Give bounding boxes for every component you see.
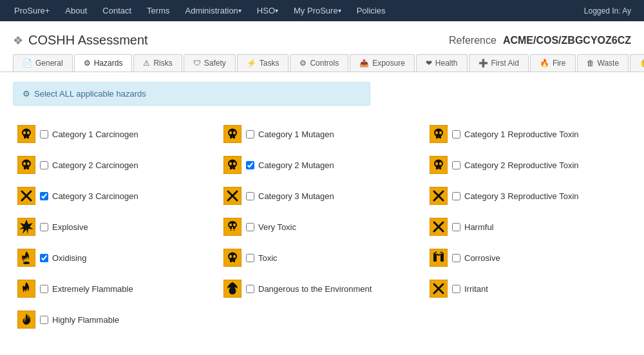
hazard-label: Category 2 Mutagen — [258, 160, 334, 170]
nav-terms[interactable]: Terms — [139, 0, 177, 21]
hazard-checkbox[interactable] — [40, 316, 48, 324]
hazard-item: Dangerous to the Environment — [219, 273, 425, 304]
hazard-label: Category 1 Carcinogen — [52, 130, 138, 139]
hazard-item: Category 3 Reproductive Toxin — [425, 180, 631, 211]
hazard-checkbox[interactable] — [452, 192, 460, 200]
hazard-icon-x_orange — [223, 186, 242, 206]
svg-point-70 — [229, 255, 232, 258]
hazard-item: Highly Flammable — [13, 304, 219, 335]
hazard-icon-skull_orange — [223, 248, 242, 267]
svg-point-18 — [435, 131, 438, 135]
hazard-item: Category 3 Mutagen — [219, 180, 425, 211]
svg-rect-34 — [231, 168, 234, 169]
hazard-checkbox[interactable] — [452, 161, 460, 169]
tab-handling[interactable]: ✋ Handling — [630, 54, 644, 72]
hazard-checkbox[interactable] — [452, 285, 460, 293]
hazard-label: Category 3 Carcinogen — [52, 191, 138, 201]
hazard-icon-skull_orange — [429, 155, 448, 175]
hazard-label: Irritant — [464, 284, 488, 294]
hazard-icon-x_orange — [429, 279, 448, 298]
hazard-item: Extremely Flammable — [13, 273, 219, 304]
hazard-item: Category 2 Reproductive Toxin — [425, 149, 631, 180]
tab-firstaid[interactable]: ➕ First Aid — [469, 54, 529, 72]
tab-hazards[interactable]: ⚙ Hazards — [74, 54, 133, 72]
hazard-checkbox[interactable] — [246, 285, 254, 293]
tab-safety[interactable]: 🛡 Safety — [184, 54, 236, 72]
hazard-item: Toxic — [219, 242, 425, 273]
tab-waste[interactable]: 🗑 Waste — [577, 54, 629, 72]
svg-point-5 — [27, 131, 30, 135]
svg-point-12 — [233, 131, 236, 135]
hazard-checkbox[interactable] — [40, 285, 48, 293]
tab-exposure[interactable]: 📤 Exposure — [350, 54, 415, 72]
svg-point-65 — [23, 262, 30, 264]
tabs-bar: 📄 General ⚙ Hazards ⚠ Risks 🛡 Safety ⚡ T… — [0, 54, 644, 72]
tab-tasks[interactable]: ⚡ Tasks — [237, 54, 289, 72]
reference-area: Reference ACME/COS/ZBGCYOZ6CZ — [449, 35, 631, 46]
nav-contact[interactable]: Contact — [95, 0, 139, 21]
tab-risks[interactable]: ⚠ Risks — [133, 54, 182, 72]
hazard-icon-skull_orange — [223, 155, 242, 175]
nav-administration[interactable]: Administration — [177, 0, 249, 21]
hazard-icon-x_orange — [17, 186, 36, 206]
hazard-label: Category 3 Mutagen — [258, 191, 334, 201]
hazard-checkbox[interactable] — [246, 192, 254, 200]
tab-health[interactable]: ❤ Health — [416, 54, 468, 72]
hazard-checkbox[interactable] — [452, 254, 460, 262]
nav-hso[interactable]: HSO — [249, 0, 286, 21]
select-all-label: Select ALL applicable hazards — [34, 89, 146, 99]
hazard-checkbox[interactable] — [246, 223, 254, 231]
hazard-icon-skull_orange — [17, 155, 36, 175]
hazard-checkbox[interactable] — [40, 161, 48, 169]
hazard-checkbox[interactable] — [40, 192, 48, 200]
svg-point-58 — [233, 224, 236, 227]
hazard-grid: Category 1 Carcinogen Category 1 Mutagen… — [0, 112, 644, 348]
hazard-checkbox[interactable] — [40, 130, 48, 139]
tab-fire[interactable]: 🔥 Fire — [530, 54, 576, 72]
hazard-item: Irritant — [425, 273, 631, 304]
fire-icon: 🔥 — [540, 59, 549, 68]
nav-about[interactable]: About — [57, 0, 95, 21]
reference-label: Reference — [449, 35, 497, 46]
page-title-area: ❖ COSHH Assessment — [13, 33, 148, 48]
svg-rect-20 — [437, 137, 440, 139]
nav-prosure[interactable]: ProSure+ — [6, 0, 57, 21]
svg-point-19 — [439, 131, 442, 135]
hazard-label: Toxic — [258, 253, 278, 263]
hazard-checkbox[interactable] — [40, 223, 48, 231]
hazard-label: Category 2 Reproductive Toxin — [464, 160, 579, 170]
nav-myprosure[interactable]: My ProSure — [286, 0, 349, 21]
svg-point-71 — [233, 255, 236, 258]
hazard-icon-skull_orange — [429, 124, 448, 144]
svg-rect-27 — [25, 168, 28, 169]
svg-point-32 — [229, 162, 232, 166]
hazard-icon-env_orange — [223, 279, 242, 298]
navbar: ProSure+ About Contact Terms Administrat… — [0, 0, 644, 21]
hazard-item: Very Toxic — [219, 211, 425, 242]
handling-icon: ✋ — [639, 59, 644, 68]
tab-general[interactable]: 📄 General — [13, 54, 73, 72]
hazard-item: Category 1 Mutagen — [219, 119, 425, 149]
exposure-icon: 📤 — [359, 59, 369, 68]
hazards-icon: ⚙ — [84, 59, 91, 68]
svg-rect-6 — [25, 137, 28, 139]
hazard-checkbox[interactable] — [246, 161, 254, 169]
hazard-checkbox[interactable] — [40, 254, 48, 262]
hazard-checkbox[interactable] — [246, 130, 254, 139]
svg-rect-41 — [437, 168, 440, 169]
hazard-checkbox[interactable] — [452, 223, 460, 231]
controls-icon: ⚙ — [299, 59, 307, 68]
page-header: ❖ COSHH Assessment Reference ACME/COS/ZB… — [0, 21, 644, 54]
nav-policies[interactable]: Policies — [349, 0, 393, 21]
hazard-label: Explosive — [52, 222, 88, 232]
svg-point-40 — [439, 162, 442, 166]
hazard-icon-skull_orange — [17, 124, 36, 144]
svg-point-25 — [23, 162, 26, 166]
hazard-checkbox[interactable] — [246, 254, 254, 262]
select-all-banner[interactable]: ⚙ Select ALL applicable hazards — [13, 82, 370, 106]
hazard-item: Harmful — [425, 211, 631, 242]
tab-controls[interactable]: ⚙ Controls — [290, 54, 348, 72]
hazard-item: Oxidising — [13, 242, 219, 273]
risks-icon: ⚠ — [143, 59, 150, 68]
hazard-checkbox[interactable] — [452, 130, 460, 139]
